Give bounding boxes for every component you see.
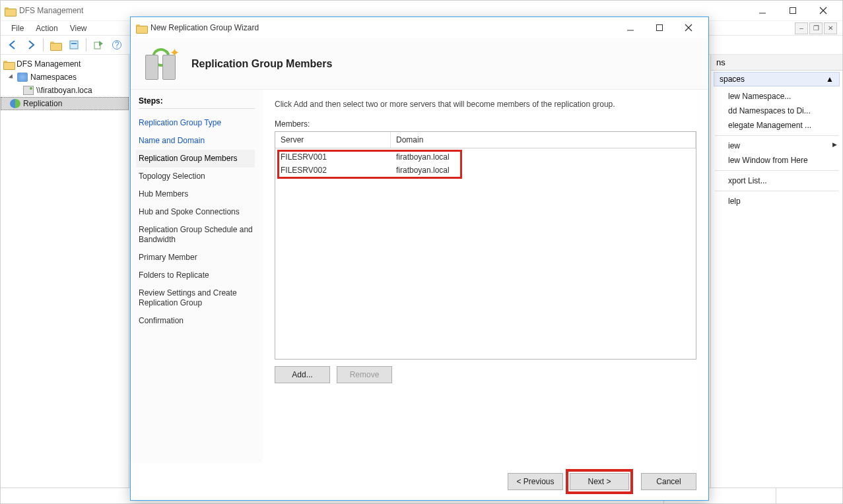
remove-button: Remove — [337, 366, 392, 383]
expander-icon[interactable] — [9, 74, 15, 80]
actions-section-label: spaces — [720, 75, 745, 84]
tree-namespaces[interactable]: Namespaces — [1, 71, 129, 84]
steps-label: Steps: — [139, 96, 255, 109]
step-replication-group-type[interactable]: Replication Group Type — [139, 114, 255, 132]
forward-button[interactable] — [23, 37, 39, 53]
table-row[interactable]: FILESRV002 firatboyan.local — [275, 164, 696, 177]
wizard-titlebar[interactable]: New Replication Group Wizard — [131, 17, 708, 38]
previous-button[interactable]: < Previous — [508, 473, 563, 490]
wizard-heading: Replication Group Members — [191, 58, 332, 70]
menu-view[interactable]: View — [65, 22, 92, 34]
action-help[interactable]: lelp — [711, 194, 842, 208]
step-hub-members: Hub Members — [139, 185, 255, 203]
toolbar-help-icon[interactable]: ? — [109, 37, 125, 53]
toolbar-export-icon[interactable] — [90, 37, 106, 53]
svg-rect-5 — [71, 43, 77, 44]
wizard-content: Click Add and then select two or more se… — [263, 90, 708, 463]
step-name-and-domain[interactable]: Name and Domain — [139, 132, 255, 150]
column-domain[interactable]: Domain — [391, 132, 696, 148]
wizard-icon — [136, 23, 147, 32]
step-topology-selection: Topology Selection — [139, 168, 255, 185]
svg-text:?: ? — [115, 40, 119, 49]
members-header-row: Server Domain — [275, 132, 696, 148]
action-add-namespaces[interactable]: dd Namespaces to Di... — [711, 104, 842, 118]
mdi-close-button[interactable]: ✕ — [824, 22, 837, 34]
cell-server: FILESRV002 — [275, 164, 391, 177]
steps-pane: Steps: Replication Group Type Name and D… — [131, 90, 263, 463]
next-button[interactable]: Next > — [570, 473, 629, 490]
step-folders-to-replicate: Folders to Replicate — [139, 267, 255, 284]
svg-rect-1 — [790, 8, 796, 14]
tree-namespace-item-label: \\firatboyan.loca — [36, 86, 92, 95]
toolbar-ns-icon[interactable] — [48, 37, 63, 53]
namespace-server-icon — [23, 86, 34, 95]
toolbar-separator — [86, 38, 86, 51]
svg-rect-4 — [70, 41, 78, 49]
step-confirmation: Confirmation — [139, 312, 255, 330]
toolbar-properties-icon[interactable] — [66, 37, 82, 53]
tree-pane[interactable]: DFS Management Namespaces \\firatboyan.l… — [1, 55, 129, 488]
back-button[interactable] — [5, 37, 20, 53]
main-title: DFS Management — [19, 6, 83, 15]
collapse-icon[interactable]: ▲ — [826, 75, 834, 84]
step-schedule-bandwidth: Replication Group Schedule and Bandwidth — [139, 221, 255, 249]
mdi-controls: – ❐ ✕ — [795, 22, 837, 34]
actions-list: lew Namespace... dd Namespaces to Di... … — [711, 88, 842, 210]
step-primary-member: Primary Member — [139, 249, 255, 267]
cell-server: FILESRV001 — [275, 150, 391, 164]
members-buttons: Add... Remove — [275, 366, 696, 383]
cell-domain: firatboyan.local — [391, 150, 696, 164]
namespaces-icon — [17, 73, 28, 82]
wizard-header: ✦ Replication Group Members — [131, 38, 708, 90]
menu-file[interactable]: File — [6, 22, 29, 34]
tree-replication[interactable]: Replication — [1, 97, 129, 110]
wizard-title: New Replication Group Wizard — [151, 23, 259, 32]
tree-root[interactable]: DFS Management — [1, 57, 129, 71]
statusbar-segment — [776, 488, 842, 503]
tree-namespaces-label: Namespaces — [30, 73, 77, 82]
step-replication-group-members[interactable]: Replication Group Members — [136, 150, 255, 168]
next-button-highlight: Next > — [570, 473, 629, 490]
step-review-create: Review Settings and Create Replication G… — [139, 284, 255, 312]
action-export-list[interactable]: xport List... — [711, 173, 842, 188]
action-view[interactable]: iew — [711, 139, 842, 153]
actions-separator — [715, 191, 838, 191]
add-button[interactable]: Add... — [275, 366, 330, 383]
action-delegate-management[interactable]: elegate Management ... — [711, 118, 842, 133]
tree-namespace-item[interactable]: \\firatboyan.loca — [1, 84, 129, 97]
wizard-instruction: Click Add and then select two or more se… — [275, 99, 696, 110]
dfs-icon — [3, 59, 14, 69]
actions-header: ns — [711, 55, 842, 71]
members-label: Members: — [275, 119, 696, 129]
wizard-window-controls — [616, 18, 703, 37]
members-listview[interactable]: Server Domain FILESRV001 firatboyan.loca… — [275, 131, 696, 360]
main-close-button[interactable] — [808, 1, 838, 20]
dfs-icon — [5, 6, 15, 15]
table-row[interactable]: FILESRV001 firatboyan.local — [275, 150, 696, 164]
wizard-logo-icon: ✦ — [143, 46, 180, 82]
wizard-footer: < Previous Next > Cancel — [131, 463, 708, 500]
actions-section-header[interactable]: spaces ▲ — [714, 72, 840, 86]
wizard-body: Steps: Replication Group Type Name and D… — [131, 90, 708, 463]
mdi-minimize-button[interactable]: – — [795, 22, 808, 34]
toolbar-separator — [43, 38, 44, 51]
step-hub-spoke-connections: Hub and Spoke Connections — [139, 203, 255, 221]
wizard-minimize-button[interactable] — [616, 18, 645, 37]
wizard-dialog: New Replication Group Wizard ✦ Replicati… — [130, 16, 709, 501]
tree-replication-label: Replication — [23, 99, 62, 108]
column-server[interactable]: Server — [275, 132, 391, 148]
actions-separator — [715, 135, 838, 136]
actions-separator — [715, 170, 838, 171]
wizard-close-button[interactable] — [674, 18, 703, 37]
mdi-restore-button[interactable]: ❐ — [809, 22, 823, 34]
menu-action[interactable]: Action — [30, 22, 63, 34]
cancel-button[interactable]: Cancel — [641, 473, 696, 490]
action-new-window[interactable]: lew Window from Here — [711, 153, 842, 168]
main-maximize-button[interactable] — [778, 1, 808, 20]
main-minimize-button[interactable] — [747, 1, 778, 20]
cell-domain: firatboyan.local — [391, 164, 696, 177]
tree-root-label: DFS Management — [17, 59, 81, 69]
wizard-maximize-button[interactable] — [645, 18, 674, 37]
actions-pane: ns spaces ▲ lew Namespace... dd Namespac… — [710, 55, 842, 488]
action-new-namespace[interactable]: lew Namespace... — [711, 89, 842, 104]
